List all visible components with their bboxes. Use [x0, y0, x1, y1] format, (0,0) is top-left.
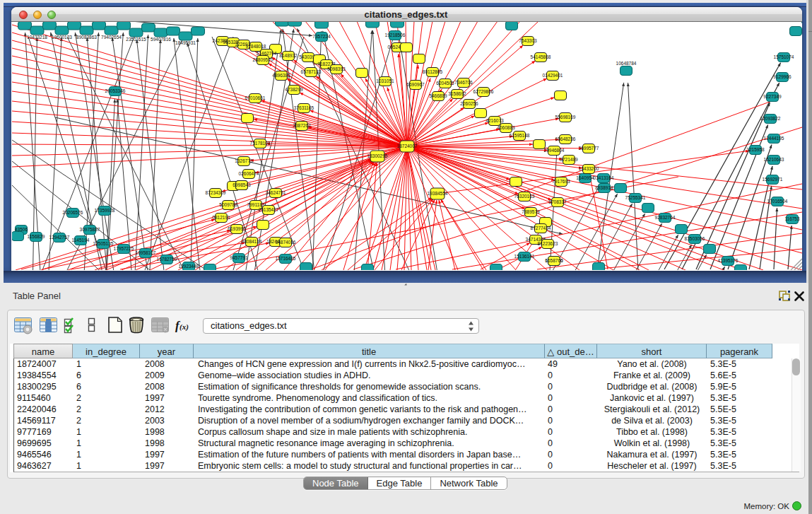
svg-text:62729806: 62729806: [473, 89, 494, 94]
svg-text:83503056: 83503056: [685, 236, 705, 241]
svg-text:92832764: 92832764: [655, 215, 676, 220]
svg-text:36995777: 36995777: [579, 146, 599, 151]
svg-text:1156829: 1156829: [28, 234, 45, 239]
svg-text:10958107: 10958107: [136, 250, 156, 255]
svg-text:18300295: 18300295: [367, 153, 388, 158]
svg-text:10648784: 10648784: [616, 61, 637, 66]
svg-text:25135427: 25135427: [259, 207, 279, 212]
svg-text:7917693: 7917693: [552, 179, 570, 184]
svg-text:6204505: 6204505: [436, 81, 454, 86]
svg-text:54145868: 54145868: [531, 54, 551, 59]
svg-text:20206576: 20206576: [63, 210, 83, 215]
svg-text:29946804: 29946804: [544, 148, 565, 153]
svg-text:03413164: 03413164: [594, 175, 614, 180]
svg-text:17957225: 17957225: [114, 246, 134, 251]
svg-text:116753: 116753: [784, 216, 800, 221]
svg-text:7346706: 7346706: [454, 80, 473, 85]
svg-text:1031051: 1031051: [376, 78, 394, 83]
svg-text:75255341: 75255341: [625, 195, 646, 200]
svg-text:5009788: 5009788: [219, 202, 237, 207]
svg-text:80112805: 80112805: [423, 69, 443, 74]
svg-text:30975887: 30975887: [80, 227, 100, 232]
svg-text:20053346: 20053346: [105, 88, 126, 93]
svg-text:4216073: 4216073: [486, 118, 504, 123]
svg-text:13433200: 13433200: [579, 166, 599, 171]
svg-text:0812191: 0812191: [212, 215, 230, 220]
svg-text:18724007: 18724007: [397, 144, 418, 148]
svg-text:3215958: 3215958: [746, 147, 765, 152]
svg-text:12942757: 12942757: [49, 235, 70, 240]
svg-text:6658760: 6658760: [545, 258, 563, 263]
svg-text:4738299: 4738299: [285, 87, 303, 92]
svg-text:1326773: 1326773: [235, 158, 253, 163]
svg-text:89083863: 89083863: [76, 35, 97, 40]
svg-text:19600133: 19600133: [52, 35, 72, 40]
svg-text:6690967: 6690967: [406, 82, 425, 87]
svg-text:97848018: 97848018: [246, 44, 266, 49]
svg-text:16210643: 16210643: [764, 157, 784, 162]
svg-text:4060883: 4060883: [497, 125, 515, 130]
svg-text:(x): (x): [180, 322, 189, 332]
svg-text:8148932: 8148932: [279, 53, 298, 58]
svg-text:01429401: 01429401: [543, 73, 563, 78]
svg-text:1145194: 1145194: [72, 238, 90, 243]
svg-text:34874016: 34874016: [276, 240, 296, 245]
svg-text:17359928: 17359928: [95, 208, 115, 213]
svg-text:5466889: 5466889: [429, 93, 447, 98]
svg-text:28809570: 28809570: [253, 57, 273, 62]
svg-text:8938918: 8938918: [595, 185, 613, 190]
svg-text:73178108: 73178108: [250, 141, 271, 146]
svg-text:15136141: 15136141: [514, 254, 535, 259]
svg-text:5098393: 5098393: [327, 66, 346, 71]
svg-text:65648236: 65648236: [555, 136, 576, 141]
svg-text:17016504: 17016504: [767, 199, 788, 204]
svg-text:87234309: 87234309: [206, 190, 226, 195]
svg-text:18495931: 18495931: [175, 40, 196, 45]
svg-text:12505135: 12505135: [93, 241, 114, 246]
svg-text:12093822: 12093822: [760, 116, 781, 121]
svg-text:7357224: 7357224: [312, 34, 331, 39]
svg-text:34624751: 34624751: [266, 190, 286, 195]
svg-text:76320163: 76320163: [514, 194, 535, 199]
svg-text:41395376: 41395376: [718, 258, 739, 263]
svg-text:2260256: 2260256: [460, 101, 478, 106]
svg-text:23511615: 23511615: [126, 37, 146, 42]
svg-text:65787133: 65787133: [301, 69, 322, 74]
svg-text:02606474: 02606474: [239, 171, 259, 176]
svg-text:15751074: 15751074: [774, 54, 794, 59]
svg-text:9129966: 9129966: [773, 74, 792, 79]
svg-text:61595148: 61595148: [510, 133, 530, 138]
svg-text:12923448: 12923448: [179, 264, 199, 269]
svg-text:7991183: 7991183: [247, 202, 265, 207]
svg-text:15716485: 15716485: [276, 256, 296, 261]
svg-text:8708317: 8708317: [548, 199, 567, 204]
svg-text:12444195: 12444195: [764, 136, 784, 141]
svg-text:67010651: 67010651: [245, 95, 266, 100]
svg-text:59407816: 59407816: [151, 37, 171, 42]
svg-text:10433218: 10433218: [27, 35, 47, 40]
svg-text:16782759: 16782759: [157, 257, 177, 262]
svg-text:87277434: 87277434: [531, 226, 551, 230]
svg-text:15692971: 15692971: [763, 177, 783, 182]
svg-text:9457791: 9457791: [230, 255, 248, 260]
svg-text:6998543: 6998543: [233, 182, 251, 187]
svg-text:4896383: 4896383: [272, 73, 290, 78]
svg-text:8721489: 8721489: [560, 157, 578, 162]
svg-text:37631165: 37631165: [294, 105, 314, 110]
svg-text:19218506: 19218506: [385, 33, 406, 37]
svg-text:6193990: 6193990: [228, 226, 246, 231]
svg-text:7543303: 7543303: [519, 38, 537, 43]
svg-text:7889579: 7889579: [522, 209, 540, 214]
svg-text:19384554: 19384554: [428, 191, 448, 196]
svg-text:98084124: 98084124: [242, 239, 262, 244]
svg-text:3158692: 3158692: [448, 91, 466, 96]
svg-text:55698169: 55698169: [555, 115, 576, 119]
svg-text:3387262: 3387262: [293, 123, 311, 128]
svg-text:81223623: 81223623: [538, 241, 558, 246]
svg-text:79402654: 79402654: [101, 35, 122, 40]
svg-text:1640954: 1640954: [576, 175, 594, 180]
svg-text:9227349: 9227349: [763, 94, 782, 99]
